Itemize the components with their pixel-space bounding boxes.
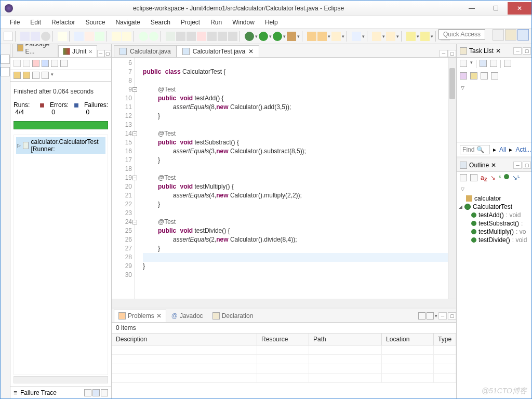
problems-table[interactable]: Description Resource Path Location Type xyxy=(112,333,456,398)
focus-outline-icon[interactable] xyxy=(460,174,467,181)
search-icon[interactable] xyxy=(352,32,361,41)
collapse-icon[interactable] xyxy=(481,72,488,79)
outline-method-testmultiply[interactable]: testMultiply() : vo xyxy=(459,228,532,236)
minimize-editor-button[interactable]: ─ xyxy=(440,50,448,57)
test-run-history-icon[interactable] xyxy=(42,72,49,79)
prev-failure-icon[interactable] xyxy=(23,60,30,67)
junit-tree-scrollbar[interactable] xyxy=(14,376,108,383)
new-java-project-icon[interactable] xyxy=(307,32,316,41)
categorize-icon[interactable] xyxy=(480,60,487,67)
toggle-icon[interactable] xyxy=(74,32,84,41)
close-tab-icon[interactable]: ✕ xyxy=(88,49,92,55)
menu-run[interactable]: Run xyxy=(206,18,226,27)
suspend-icon[interactable] xyxy=(187,32,196,41)
open-task-icon[interactable] xyxy=(95,32,104,41)
compare-icon[interactable] xyxy=(92,389,100,396)
menu-file[interactable]: File xyxy=(6,18,24,27)
maximize-problems-button[interactable]: ▢ xyxy=(448,312,456,320)
sort-az-icon[interactable]: az xyxy=(481,174,487,183)
step-return-icon[interactable] xyxy=(228,32,237,41)
build-icon[interactable] xyxy=(85,32,94,41)
editor-tab-calculator[interactable]: Calculator.java xyxy=(114,45,177,57)
perspective-icon[interactable] xyxy=(41,32,50,41)
outline-class[interactable]: ◢ CalculatorTest xyxy=(459,203,532,211)
presentation-icon[interactable] xyxy=(470,72,477,79)
menu-navigate[interactable]: Navigate xyxy=(111,18,144,27)
save-all-icon[interactable] xyxy=(31,32,40,41)
maximize-view-button[interactable]: ▢ xyxy=(104,50,111,57)
minimize-tasklist-button[interactable]: ─ xyxy=(513,47,522,55)
step-over-icon[interactable] xyxy=(218,32,227,41)
trace-menu-icon[interactable] xyxy=(101,389,108,396)
find-task-input[interactable]: Find 🔍 xyxy=(460,145,490,154)
open-type-icon[interactable] xyxy=(58,32,67,41)
focus-icon[interactable] xyxy=(460,72,467,79)
expand-icon[interactable]: ▽ xyxy=(461,85,464,90)
editor-vertical-scrollbar[interactable] xyxy=(448,58,456,299)
view-menu-icon[interactable]: ▾ xyxy=(51,72,54,79)
code-content[interactable]: public class CalculatorTest { @Test publ… xyxy=(135,58,448,299)
task-filter-icon[interactable] xyxy=(491,72,498,79)
editor-tab-calculatortest[interactable]: CalculatorTest.java ✕ xyxy=(177,45,259,57)
back-icon[interactable] xyxy=(406,32,416,41)
stop-icon[interactable] xyxy=(14,72,21,79)
relaunch-icon[interactable] xyxy=(23,72,30,79)
close-button[interactable]: ✕ xyxy=(508,2,531,15)
col-description[interactable]: Description xyxy=(112,334,257,345)
debug-perspective-button[interactable] xyxy=(517,29,529,41)
col-path[interactable]: Path xyxy=(309,334,382,345)
menu-help[interactable]: Help xyxy=(261,18,282,27)
open-perspective-button[interactable] xyxy=(493,29,504,41)
menu-source[interactable]: Source xyxy=(81,18,109,27)
activate-link[interactable]: Acti... xyxy=(515,146,531,153)
next-failure-icon[interactable] xyxy=(14,60,21,67)
junit-tree-item[interactable]: ▷ calculator.CalculatorTest [Runner: xyxy=(16,137,105,154)
step-into-icon[interactable] xyxy=(207,32,217,41)
new-project-icon[interactable] xyxy=(317,32,327,41)
col-location[interactable]: Location xyxy=(382,334,434,345)
hide-fields-icon[interactable]: ↘ xyxy=(490,174,496,183)
close-editor-icon[interactable]: ✕ xyxy=(248,48,254,55)
quick-access-field[interactable]: Quick Access xyxy=(438,29,485,39)
java-perspective-button[interactable] xyxy=(505,29,516,41)
outline-method-testadd[interactable]: testAdd() : void xyxy=(459,211,532,219)
editor-horizontal-scrollbar[interactable] xyxy=(112,299,456,307)
minimize-outline-button[interactable]: ─ xyxy=(513,162,522,169)
tab-javadoc[interactable]: @ Javadoc xyxy=(167,310,207,322)
code-editor[interactable]: 6 7 8 9− 10 11 12 13 14− 15 16 17 18 19−… xyxy=(112,58,456,299)
minimized-view-icon[interactable] xyxy=(1,67,10,76)
menu-refactor[interactable]: Refactor xyxy=(47,18,79,27)
outline-method-testdivide[interactable]: testDivide() : void xyxy=(459,236,532,244)
debug-icon[interactable] xyxy=(245,32,254,41)
resume-icon[interactable] xyxy=(176,32,185,41)
annotation-prev-icon[interactable] xyxy=(372,32,381,41)
problems-filter-icon[interactable] xyxy=(418,312,425,320)
maximize-outline-button[interactable]: ▢ xyxy=(523,162,531,169)
coverage-icon[interactable] xyxy=(139,32,148,41)
open-resource-icon[interactable] xyxy=(331,32,341,41)
close-tasklist-icon[interactable]: ✕ xyxy=(496,47,501,55)
menu-search[interactable]: Search xyxy=(147,18,175,27)
tab-declaration[interactable]: Declaration xyxy=(208,310,258,322)
col-resource[interactable]: Resource xyxy=(257,334,309,345)
all-link[interactable]: All xyxy=(499,146,506,153)
maximize-tasklist-button[interactable]: ▢ xyxy=(523,47,531,55)
menu-window[interactable]: Window xyxy=(228,18,259,27)
outline-package[interactable]: calculator xyxy=(459,194,532,203)
show-failures-icon[interactable] xyxy=(32,60,39,67)
save-icon[interactable] xyxy=(20,32,30,41)
coverage-run-icon[interactable] xyxy=(273,32,282,41)
new-package-icon[interactable] xyxy=(122,32,131,41)
filter-stack-icon[interactable] xyxy=(84,389,91,396)
minimize-button[interactable]: — xyxy=(460,2,484,15)
new-class-icon[interactable] xyxy=(112,32,121,41)
maximize-editor-button[interactable]: ▢ xyxy=(448,50,456,57)
history-icon[interactable] xyxy=(32,72,39,79)
minimize-problems-button[interactable]: ─ xyxy=(438,312,447,320)
sort-icon[interactable] xyxy=(470,174,477,181)
schedule-icon[interactable] xyxy=(490,60,497,67)
annotation-next-icon[interactable] xyxy=(386,32,395,41)
scroll-lock-icon[interactable] xyxy=(42,60,49,67)
outline-method-testsubstract[interactable]: testSubstract() : xyxy=(459,219,532,228)
outline-menu-icon[interactable]: ▽ xyxy=(461,187,464,192)
